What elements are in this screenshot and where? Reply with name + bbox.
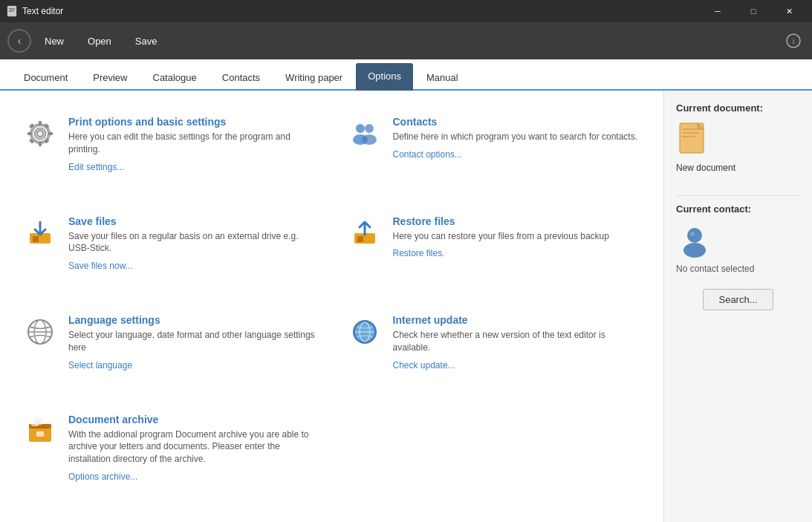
svg-point-48 — [683, 243, 706, 258]
restore-files-desc: Here you can restore your files from a p… — [393, 230, 642, 243]
tab-manual[interactable]: Manual — [415, 65, 470, 91]
open-button[interactable]: Open — [77, 31, 122, 51]
svg-rect-1 — [9, 8, 15, 9]
tab-document[interactable]: Document — [12, 65, 79, 91]
archive-title[interactable]: Document archive — [68, 414, 317, 425]
svg-rect-11 — [39, 142, 42, 146]
option-internet-update: Internet update Check here whether a new… — [347, 304, 642, 396]
svg-point-19 — [38, 131, 42, 136]
options-grid: Print options and basic settings Here yo… — [0, 91, 663, 522]
save-files-desc: Save your files on a regular basis on an… — [68, 230, 317, 255]
info-button[interactable]: i — [782, 30, 805, 52]
save-files-title[interactable]: Save files — [68, 215, 317, 227]
svg-rect-41 — [34, 419, 42, 425]
print-options-desc: Here you can edit the basic settings for… — [68, 131, 317, 156]
save-icon — [22, 215, 58, 251]
svg-rect-3 — [9, 11, 13, 12]
option-save-files: Save files Save your files on a regular … — [22, 205, 317, 297]
svg-rect-38 — [36, 431, 44, 437]
svg-rect-12 — [27, 132, 32, 135]
sidebar: Current document: New document Current c… — [663, 91, 812, 522]
language-title[interactable]: Language settings — [68, 314, 317, 326]
tab-options[interactable]: Options — [356, 63, 413, 91]
back-button[interactable]: ‹ — [7, 29, 31, 53]
document-icon — [676, 121, 713, 158]
svg-rect-27 — [357, 236, 363, 242]
tab-catalogue[interactable]: Catalogue — [141, 65, 209, 91]
contacts-icon — [347, 116, 383, 151]
language-desc: Select your language, date format and ot… — [68, 329, 317, 354]
language-icon — [22, 314, 58, 350]
svg-rect-44 — [682, 128, 697, 130]
archive-desc: With the addional program Document archi… — [68, 428, 317, 466]
svg-point-49 — [690, 232, 695, 236]
option-archive: Document archive With the addional progr… — [22, 403, 317, 507]
current-document-title: Current document: — [676, 102, 800, 114]
svg-point-47 — [687, 228, 702, 243]
save-button[interactable]: Save — [125, 31, 168, 51]
app-icon — [6, 5, 18, 17]
title-bar: Text editor ─ □ ✕ — [0, 0, 812, 22]
svg-point-23 — [362, 134, 377, 145]
contacts-desc: Define here in which program you want to… — [393, 131, 642, 143]
contacts-link[interactable]: Contact options... — [393, 149, 462, 160]
svg-rect-10 — [39, 121, 42, 125]
language-link[interactable]: Select language — [68, 360, 132, 371]
current-contact-label: No contact selected — [676, 264, 800, 274]
app-title: Text editor — [22, 6, 63, 16]
svg-rect-39 — [31, 427, 49, 428]
archive-icon — [22, 414, 58, 449]
print-options-title[interactable]: Print options and basic settings — [68, 116, 317, 128]
svg-rect-46 — [682, 136, 695, 137]
save-files-link[interactable]: Save files now... — [68, 261, 133, 271]
svg-text:i: i — [792, 36, 794, 45]
gear-icon — [22, 116, 58, 151]
svg-point-22 — [365, 124, 374, 133]
search-button[interactable]: Search... — [703, 289, 773, 310]
option-contacts: Contacts Define here in which program yo… — [347, 105, 642, 198]
close-button[interactable]: ✕ — [772, 0, 806, 22]
restore-files-title[interactable]: Restore files — [393, 215, 642, 227]
tab-writing-paper[interactable]: Writing paper — [273, 65, 354, 91]
update-title[interactable]: Internet update — [393, 314, 642, 326]
contacts-title[interactable]: Contacts — [393, 116, 642, 128]
tab-contacts[interactable]: Contacts — [210, 65, 272, 91]
update-link[interactable]: Check update... — [393, 360, 455, 371]
svg-rect-45 — [682, 132, 700, 134]
tabs-bar: Document Preview Catalogue Contacts Writ… — [0, 59, 812, 91]
toolbar: ‹ New Open Save i — [0, 22, 812, 59]
option-language: Language settings Select your language, … — [22, 304, 317, 396]
current-document-label: New document — [676, 163, 800, 173]
minimize-button[interactable]: ─ — [701, 0, 735, 22]
option-restore-files: Restore files Here you can restore your … — [347, 205, 642, 297]
svg-rect-2 — [9, 10, 15, 10]
update-icon — [347, 314, 383, 350]
svg-rect-13 — [48, 132, 53, 135]
current-contact-title: Current contact: — [676, 203, 800, 215]
option-print-options: Print options and basic settings Here yo… — [22, 105, 317, 198]
contact-icon — [676, 222, 713, 259]
tab-preview[interactable]: Preview — [81, 65, 139, 91]
archive-link[interactable]: Options archive... — [68, 472, 137, 482]
restore-icon — [347, 215, 383, 251]
main-content: Print options and basic settings Here yo… — [0, 91, 812, 522]
restore-files-link[interactable]: Restore files. — [393, 248, 445, 258]
sidebar-divider — [676, 195, 800, 196]
update-desc: Check here whether a new version of the … — [393, 329, 642, 354]
svg-rect-25 — [33, 236, 39, 242]
print-options-link[interactable]: Edit settings... — [68, 162, 124, 172]
new-button[interactable]: New — [34, 31, 74, 51]
window-controls: ─ □ ✕ — [701, 0, 806, 22]
svg-point-20 — [356, 124, 365, 133]
maximize-button[interactable]: □ — [736, 0, 770, 22]
